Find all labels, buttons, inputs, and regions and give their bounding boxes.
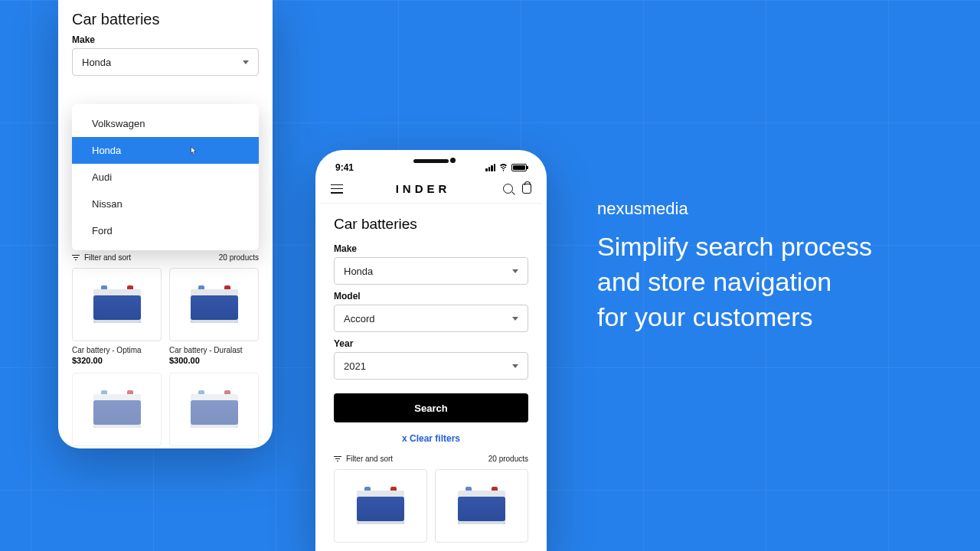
battery-icon bbox=[90, 286, 144, 323]
product-card[interactable]: Car battery - Duralast $300.00 bbox=[169, 268, 259, 365]
make-label: Make bbox=[58, 34, 273, 48]
make-select[interactable]: Honda bbox=[334, 257, 528, 285]
product-price: $300.00 bbox=[169, 356, 259, 365]
battery-status-icon bbox=[511, 164, 527, 171]
signal-icon bbox=[485, 164, 495, 171]
search-button[interactable]: Search bbox=[334, 393, 528, 422]
product-card[interactable] bbox=[72, 373, 162, 446]
menu-icon[interactable] bbox=[331, 184, 343, 194]
product-card[interactable] bbox=[169, 373, 259, 446]
model-label: Model bbox=[320, 291, 542, 305]
product-thumb bbox=[72, 373, 162, 446]
product-name: Car battery - Duralast bbox=[169, 346, 259, 354]
product-count: 20 products bbox=[219, 253, 259, 262]
cursor-icon bbox=[190, 146, 198, 155]
phone-mock-dropdown: Car batteries Make Honda x Clear filters… bbox=[58, 0, 273, 448]
marketing-copy: nexusmedia Simplify search process and s… bbox=[597, 199, 934, 335]
filter-sort-row: Filter and sort 20 products bbox=[58, 253, 273, 268]
year-label: Year bbox=[320, 338, 542, 352]
product-card[interactable] bbox=[435, 469, 528, 543]
filter-sort-row: Filter and sort 20 products bbox=[320, 455, 542, 469]
make-select-value: Honda bbox=[344, 266, 373, 277]
product-price: $320.00 bbox=[72, 356, 162, 365]
filter-sort-button[interactable]: Filter and sort bbox=[72, 253, 131, 262]
battery-icon bbox=[354, 487, 407, 524]
filter-sort-button[interactable]: Filter and sort bbox=[334, 455, 393, 463]
status-time: 9:41 bbox=[335, 162, 354, 173]
battery-icon bbox=[188, 391, 241, 428]
make-label: Make bbox=[320, 243, 542, 257]
product-thumb bbox=[435, 469, 528, 543]
phone-notch bbox=[385, 155, 477, 171]
make-select[interactable]: Honda bbox=[72, 48, 259, 76]
chevron-down-icon bbox=[243, 60, 249, 64]
make-option[interactable]: Nissan bbox=[72, 191, 259, 217]
product-thumb bbox=[169, 373, 259, 446]
wifi-icon bbox=[498, 164, 508, 171]
make-option[interactable]: Volkswagen bbox=[72, 110, 259, 137]
battery-icon bbox=[455, 487, 508, 524]
headline: Simplify search process and store naviga… bbox=[597, 230, 934, 335]
filter-sort-label: Filter and sort bbox=[84, 253, 131, 262]
filter-icon bbox=[334, 456, 341, 462]
chevron-down-icon bbox=[512, 364, 518, 368]
make-option[interactable]: Ford bbox=[72, 217, 259, 244]
make-dropdown: Volkswagen Honda Audi Nissan Ford bbox=[72, 104, 259, 250]
nexusmedia-logo: nexusmedia bbox=[597, 199, 934, 219]
model-select-value: Accord bbox=[344, 313, 374, 324]
cart-icon[interactable] bbox=[522, 184, 531, 194]
chevron-down-icon bbox=[512, 269, 518, 273]
year-select[interactable]: 2021 bbox=[334, 352, 528, 380]
product-card[interactable] bbox=[334, 469, 427, 543]
product-grid-row2 bbox=[58, 373, 273, 448]
model-select[interactable]: Accord bbox=[334, 305, 528, 332]
page-title: Car batteries bbox=[320, 204, 542, 240]
headline-line: and store navigation bbox=[597, 265, 934, 300]
product-card[interactable]: Car battery - Optima $320.00 bbox=[72, 268, 162, 365]
search-icon[interactable] bbox=[503, 184, 513, 194]
chevron-down-icon bbox=[512, 317, 518, 321]
clear-filters-link[interactable]: x Clear filters bbox=[320, 422, 542, 455]
make-option[interactable]: Audi bbox=[72, 164, 259, 191]
make-option-label: Honda bbox=[92, 145, 121, 156]
headline-line: for your customers bbox=[597, 300, 934, 335]
product-grid bbox=[320, 469, 542, 546]
phone-mock-filters: 9:41 INDER Car batteries Make Honda Mode… bbox=[315, 150, 547, 551]
page-title: Car batteries bbox=[58, 0, 273, 34]
product-grid: Car battery - Optima $320.00 Car battery… bbox=[58, 268, 273, 373]
battery-icon bbox=[188, 286, 241, 323]
brand-logo: INDER bbox=[396, 182, 451, 195]
battery-icon bbox=[90, 391, 144, 428]
product-thumb bbox=[169, 268, 259, 341]
product-name: Car battery - Optima bbox=[72, 346, 162, 354]
product-count: 20 products bbox=[488, 455, 528, 463]
headline-line: Simplify search process bbox=[597, 230, 934, 265]
year-select-value: 2021 bbox=[344, 360, 366, 372]
product-thumb bbox=[334, 469, 427, 543]
status-bar: 9:41 bbox=[320, 155, 542, 176]
make-select-value: Honda bbox=[82, 57, 111, 68]
app-bar: INDER bbox=[320, 176, 542, 204]
filter-sort-label: Filter and sort bbox=[346, 455, 393, 463]
filter-icon bbox=[72, 255, 80, 261]
make-option[interactable]: Honda bbox=[72, 137, 259, 164]
product-thumb bbox=[72, 268, 162, 341]
